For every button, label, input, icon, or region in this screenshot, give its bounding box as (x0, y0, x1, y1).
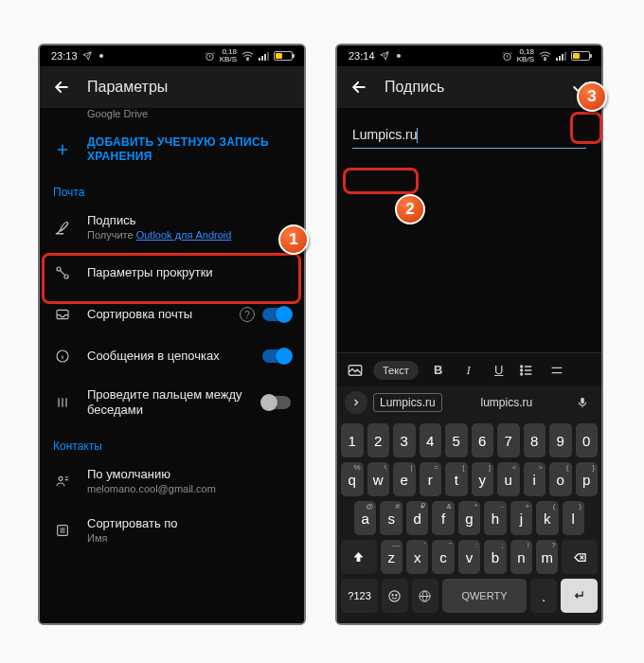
suggestion-2[interactable]: lumpics.ru (448, 396, 565, 409)
swipe-toggle[interactable] (262, 396, 291, 409)
key-l[interactable]: l) (563, 501, 584, 535)
mic-icon[interactable] (571, 391, 594, 414)
key-9[interactable]: 9 (549, 423, 572, 457)
key-4[interactable]: 4 (420, 423, 442, 457)
format-text-chip[interactable]: Текст (373, 361, 419, 380)
key-row-1: 1234567890 (341, 423, 598, 457)
key-k[interactable]: k( (536, 501, 558, 535)
swipe-row[interactable]: Проведите пальцем между беседами (40, 377, 304, 428)
key-6[interactable]: 6 (472, 423, 494, 457)
key-c[interactable]: c" (432, 540, 454, 574)
send-icon (380, 51, 389, 61)
suggestion-1[interactable]: Lumpics.ru (373, 393, 442, 412)
scroll-row[interactable]: Параметры прокрутки (40, 252, 304, 294)
svg-point-19 (396, 594, 397, 595)
key-g[interactable]: g* (458, 501, 480, 535)
battery-icon (571, 51, 590, 61)
bold-button[interactable]: B (428, 363, 449, 377)
sort-row[interactable]: Сортировка почты ? (40, 294, 304, 335)
key-8[interactable]: 8 (524, 423, 546, 457)
info-icon (53, 349, 72, 364)
bullets-icon[interactable] (519, 363, 540, 378)
key-d[interactable]: d₽ (406, 501, 428, 535)
sortby-label: Сортировать по (87, 516, 291, 531)
step-badge-2: 2 (395, 194, 425, 224)
threads-toggle[interactable] (262, 349, 291, 363)
key-1[interactable]: 1 (341, 423, 364, 457)
svg-point-7 (59, 476, 63, 480)
settings-list[interactable]: Google Drive ДОБАВИТЬ УЧЕТНУЮ ЗАПИСЬ ХРА… (40, 108, 304, 623)
pen-icon (53, 219, 72, 236)
symbols-key[interactable]: ?123 (341, 579, 378, 613)
key-r[interactable]: r= (420, 462, 442, 496)
backspace-key[interactable] (562, 540, 598, 574)
key-v[interactable]: v: (458, 540, 480, 574)
key-u[interactable]: u< (497, 462, 520, 496)
key-2[interactable]: 2 (367, 423, 390, 457)
battery-icon (274, 51, 293, 61)
back-button[interactable] (51, 77, 72, 98)
svg-point-15 (520, 373, 522, 375)
inbox-icon (53, 307, 72, 322)
key-z[interactable]: z— (381, 540, 402, 574)
step-badge-3: 3 (577, 81, 607, 112)
threads-row[interactable]: Сообщения в цепочках (40, 335, 304, 377)
shift-key[interactable] (341, 540, 377, 574)
key-n[interactable]: n! (510, 540, 532, 574)
key-f[interactable]: f& (432, 501, 454, 535)
key-0[interactable]: 0 (576, 423, 599, 457)
threads-label: Сообщения в цепочках (87, 349, 220, 363)
emoji-key[interactable] (382, 579, 408, 613)
add-storage-account-button[interactable]: ДОБАВИТЬ УЧЕТНУЮ ЗАПИСЬ ХРАНЕНИЯ (40, 125, 304, 174)
add-account-label: ДОБАВИТЬ УЧЕТНУЮ ЗАПИСЬ ХРАНЕНИЯ (87, 135, 269, 163)
signature-row[interactable]: Подпись Получите Outlook для Android (40, 203, 304, 252)
key-i[interactable]: i> (524, 462, 546, 496)
space-key[interactable]: QWERTY (442, 579, 527, 613)
help-icon[interactable]: ? (240, 307, 255, 322)
italic-button[interactable]: I (458, 363, 479, 378)
scroll-icon (53, 265, 72, 280)
clock: 23:13 (51, 50, 78, 62)
key-o[interactable]: o{ (549, 462, 572, 496)
key-s[interactable]: s# (380, 501, 402, 535)
signal-icon (556, 51, 566, 61)
alarm-icon (502, 51, 512, 62)
key-h[interactable]: h- (484, 501, 506, 535)
default-contact-row[interactable]: По умолчанию melomano.cool@gmail.com (40, 457, 304, 506)
format-image-icon[interactable] (347, 362, 364, 379)
outlook-link[interactable]: Outlook для Android (136, 229, 232, 241)
sortby-row[interactable]: Сортировать по Имя (40, 506, 304, 555)
key-5[interactable]: 5 (445, 423, 468, 457)
key-j[interactable]: j+ (510, 501, 532, 535)
key-y[interactable]: y] (472, 462, 494, 496)
underline-button[interactable]: U (489, 363, 510, 377)
key-a[interactable]: a@ (354, 501, 376, 535)
dot-key[interactable]: . (530, 579, 557, 613)
key-e[interactable]: e| (393, 462, 416, 496)
key-w[interactable]: w\ (367, 462, 390, 496)
enter-key[interactable] (561, 579, 598, 613)
signature-value: Lumpics.ru (352, 127, 417, 142)
keyboard: 1234567890 q%w\e|r=t[y]u<i>o{p} a@s#d₽f&… (337, 419, 601, 623)
notification-icon (97, 51, 106, 61)
lang-key[interactable] (412, 579, 438, 613)
swipe-sub: беседами (87, 403, 247, 418)
key-q[interactable]: q% (341, 462, 364, 496)
sort-toggle[interactable] (262, 308, 291, 321)
key-x[interactable]: x' (406, 540, 428, 574)
section-mail: Почта (40, 174, 304, 203)
back-button[interactable] (349, 77, 369, 98)
signature-input[interactable]: Lumpics.ru (352, 123, 586, 149)
key-m[interactable]: m? (536, 540, 558, 574)
key-7[interactable]: 7 (497, 423, 520, 457)
status-bar: 23:14 0,18KB/S (337, 45, 601, 66)
key-3[interactable]: 3 (393, 423, 416, 457)
svg-point-13 (520, 366, 522, 367)
key-b[interactable]: b; (484, 540, 506, 574)
more-icon[interactable] (549, 363, 570, 378)
chevron-right-icon[interactable] (345, 391, 367, 414)
key-t[interactable]: t[ (445, 462, 468, 496)
svg-point-17 (389, 590, 400, 600)
key-p[interactable]: p} (576, 462, 599, 496)
suggestion-bar: Lumpics.ru lumpics.ru (337, 386, 601, 419)
